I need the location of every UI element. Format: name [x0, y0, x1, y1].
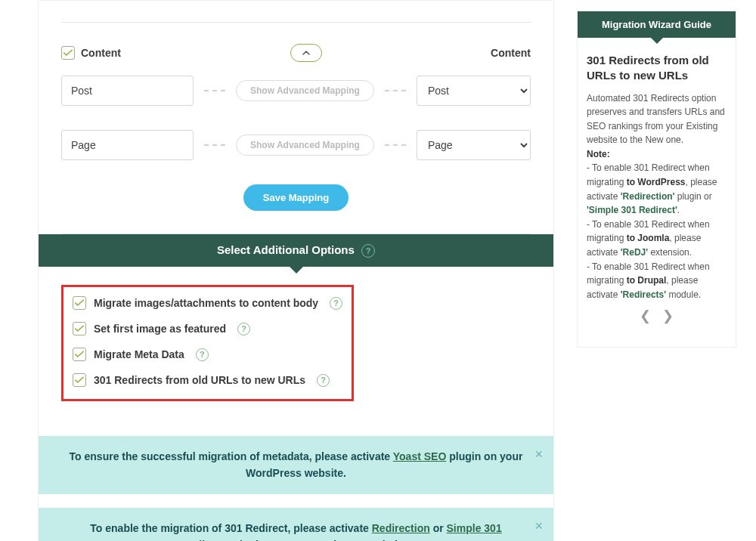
guide-bullet: - To enable 301 Redirect when migrating … — [587, 161, 727, 217]
help-icon[interactable]: ? — [237, 323, 250, 335]
redirect-alert: To enable the migration of 301 Redirect,… — [39, 508, 553, 541]
main-column: Content Content Show Advanced Mapping Po… — [0, 0, 554, 541]
option-row: Migrate Meta Data ? — [73, 348, 342, 361]
page-layout: Content Content Show Advanced Mapping Po… — [0, 0, 756, 541]
source-type-input[interactable] — [61, 130, 194, 160]
alert-text: or — [430, 522, 447, 534]
alert-text: To enable the migration of 301 Redirect,… — [90, 522, 371, 534]
content-source-label: Content — [81, 47, 121, 59]
guide-note-label: Note: — [587, 149, 610, 159]
guide-header: Migration Wizard Guide — [578, 11, 736, 38]
mapping-header-row: Content Content — [61, 44, 531, 62]
target-type-select[interactable]: Page — [417, 130, 531, 160]
check-icon — [75, 299, 84, 307]
check-icon — [75, 325, 84, 332]
guide-intro: Automated 301 Redirects option preserves… — [587, 91, 727, 147]
option-checkbox[interactable] — [73, 348, 86, 361]
options-highlight-box: Migrate images/attachments to content bo… — [61, 285, 354, 401]
mapping-row: Show Advanced Mapping Page — [61, 130, 531, 160]
guide-title: 301 Redirects from old URLs to new URLs — [587, 53, 727, 84]
option-label: Migrate images/attachments to content bo… — [94, 297, 318, 309]
guide-body: 301 Redirects from old URLs to new URLs … — [578, 38, 736, 347]
close-icon[interactable]: × — [534, 515, 543, 537]
yoast-seo-link[interactable]: Yoast SEO — [393, 450, 447, 462]
redirection-link[interactable]: Redirection — [372, 522, 430, 534]
mapping-section: Content Content Show Advanced Mapping Po… — [39, 1, 553, 233]
check-icon — [75, 376, 84, 384]
guide-next-icon[interactable]: ❯ — [662, 308, 674, 323]
check-icon — [64, 49, 73, 57]
mapping-row: Show Advanced Mapping Post — [61, 76, 531, 106]
connector-dash — [385, 90, 406, 91]
help-icon[interactable]: ? — [196, 348, 209, 361]
options-body: Migrate images/attachments to content bo… — [39, 267, 553, 422]
help-icon[interactable]: ? — [317, 374, 330, 387]
option-row: 301 Redirects from old URLs to new URLs … — [73, 373, 342, 387]
mapping-header-left: Content — [61, 46, 121, 60]
option-label: 301 Redirects from old URLs to new URLs — [94, 374, 305, 386]
content-target-label: Content — [491, 47, 531, 59]
collapse-toggle[interactable] — [290, 44, 322, 62]
show-advanced-mapping-button[interactable]: Show Advanced Mapping — [236, 134, 374, 156]
additional-options-header: Select Additional Options ? — [39, 234, 553, 267]
connector-dash — [204, 144, 225, 146]
guide-bullet: - To enable 301 Redirect when migrating … — [587, 218, 727, 260]
guide-bullet: - To enable 301 Redirect when migrating … — [587, 260, 727, 302]
sidebar: Migration Wizard Guide 301 Redirects fro… — [577, 11, 736, 541]
alert-text: To ensure the successful migration of me… — [70, 450, 393, 462]
target-type-select[interactable]: Post — [417, 76, 531, 106]
yoast-alert: To ensure the successful migration of me… — [39, 436, 553, 494]
option-row: Set first image as featured ? — [73, 322, 342, 335]
connector-dash — [204, 90, 225, 91]
help-icon[interactable]: ? — [330, 297, 342, 310]
option-checkbox[interactable] — [73, 322, 86, 335]
save-mapping-button[interactable]: Save Mapping — [243, 184, 349, 211]
guide-nav: ❮ ❯ — [587, 301, 727, 335]
show-advanced-mapping-button[interactable]: Show Advanced Mapping — [236, 80, 374, 101]
wizard-card: Content Content Show Advanced Mapping Po… — [38, 0, 554, 541]
guide-prev-icon[interactable]: ❮ — [640, 308, 651, 323]
help-icon[interactable]: ? — [361, 244, 375, 258]
additional-options-title: Select Additional Options — [217, 243, 355, 256]
option-row: Migrate images/attachments to content bo… — [73, 296, 342, 310]
source-type-input[interactable] — [61, 76, 194, 106]
close-icon[interactable]: × — [534, 444, 543, 465]
guide-card: Migration Wizard Guide 301 Redirects fro… — [577, 11, 736, 348]
connector-dash — [385, 144, 406, 146]
check-icon — [75, 351, 84, 358]
chevron-up-icon — [302, 51, 310, 56]
option-label: Migrate Meta Data — [94, 348, 184, 360]
option-checkbox[interactable] — [73, 373, 86, 387]
content-checkbox[interactable] — [61, 46, 75, 60]
option-label: Set first image as featured — [94, 323, 226, 335]
option-checkbox[interactable] — [73, 296, 86, 310]
section-divider — [61, 22, 531, 23]
